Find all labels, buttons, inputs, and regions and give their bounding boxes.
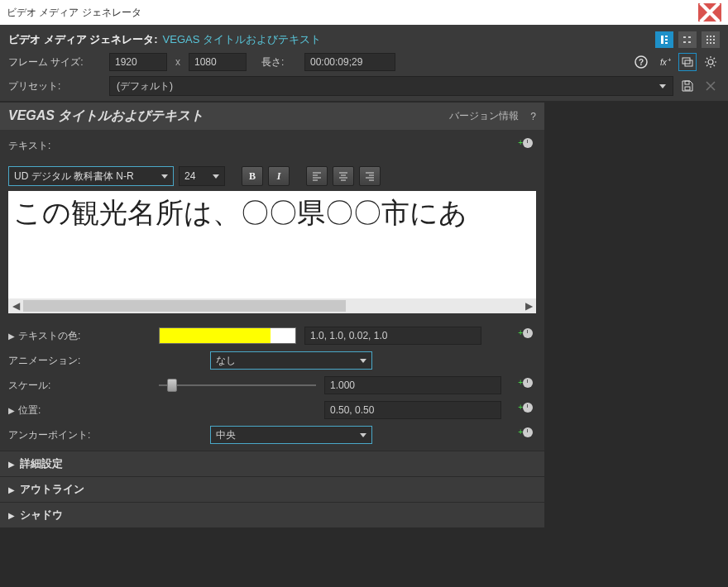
layout-list-button[interactable]	[678, 31, 697, 48]
delete-preset-button	[702, 77, 720, 95]
anchor-keyframe-button[interactable]: +	[518, 427, 533, 437]
scale-value[interactable]	[324, 376, 501, 394]
preset-select[interactable]: (デフォルト)	[109, 76, 673, 96]
gear-icon	[704, 55, 717, 69]
svg-rect-12	[710, 39, 711, 41]
outline-group-header[interactable]: ▶ アウトライン	[0, 476, 544, 502]
layout-grid-button[interactable]	[702, 31, 720, 48]
text-content: この観光名所は、〇〇県〇〇市にあ	[8, 191, 536, 236]
fx-icon: fx+	[658, 55, 671, 69]
font-size-select[interactable]: 24	[179, 166, 225, 186]
position-label: 位置:	[18, 403, 41, 418]
svg-rect-1	[665, 36, 668, 37]
clock-icon	[523, 403, 533, 413]
svg-rect-5	[683, 41, 686, 43]
expander-icon: ▶	[8, 460, 15, 469]
text-keyframe-button[interactable]: +	[518, 138, 533, 148]
text-horizontal-scrollbar[interactable]: ◀ ▶	[8, 298, 536, 313]
frame-size-label: フレーム サイズ:	[8, 55, 104, 69]
advanced-group-header[interactable]: ▶ 詳細設定	[0, 451, 544, 476]
frame-height-input[interactable]	[189, 53, 247, 71]
preset-label: プリセット:	[8, 79, 104, 93]
save-preset-button[interactable]	[678, 77, 697, 95]
window-title: ビデオ メディア ジェネレータ	[7, 6, 141, 20]
scale-label: スケール:	[8, 379, 50, 393]
bold-button[interactable]: B	[242, 166, 263, 186]
clock-icon	[523, 328, 533, 338]
align-right-button[interactable]	[359, 166, 381, 186]
version-info-link[interactable]: バージョン情報	[449, 109, 519, 123]
svg-rect-33	[685, 81, 689, 84]
close-icon	[698, 1, 721, 24]
titlebar: ビデオ メディア ジェネレータ	[0, 0, 728, 25]
frame-width-input[interactable]	[109, 53, 167, 71]
shadow-group-header[interactable]: ▶ シャドウ	[0, 502, 544, 527]
panel-help-link[interactable]: ?	[530, 111, 536, 122]
svg-point-23	[708, 60, 713, 64]
align-left-icon	[311, 170, 323, 182]
layout-single-button[interactable]	[655, 31, 673, 48]
position-keyframe-button[interactable]: +	[518, 403, 533, 413]
expander-icon: ▶	[8, 511, 15, 520]
align-center-icon	[338, 170, 349, 182]
scale-keyframe-button[interactable]: +	[518, 378, 533, 388]
svg-text:?: ?	[639, 58, 644, 67]
svg-text:+: +	[668, 56, 671, 64]
overlay-button[interactable]	[678, 53, 697, 71]
dropdown-arrow-icon	[360, 359, 366, 363]
text-color-label: テキストの色:	[18, 329, 80, 343]
animation-select[interactable]: なし	[210, 351, 372, 370]
scrollbar-thumb[interactable]	[23, 300, 346, 312]
scroll-left-arrow-icon[interactable]: ◀	[8, 298, 23, 313]
bold-icon: B	[249, 170, 256, 183]
svg-rect-9	[710, 36, 711, 37]
svg-rect-15	[710, 42, 711, 44]
dropdown-arrow-icon	[161, 174, 168, 179]
svg-rect-10	[713, 36, 715, 37]
help-button[interactable]: ?	[632, 53, 650, 71]
svg-rect-6	[688, 36, 691, 38]
svg-line-31	[706, 65, 708, 67]
font-family-select[interactable]: UD デジタル 教科書体 N-R	[8, 166, 174, 186]
clock-icon	[523, 427, 533, 437]
plugin-name[interactable]: VEGAS タイトルおよびテキスト	[163, 32, 321, 47]
svg-rect-2	[665, 39, 668, 41]
clock-icon	[523, 378, 533, 388]
dropdown-arrow-icon	[213, 174, 219, 179]
settings-button[interactable]	[702, 53, 720, 71]
svg-rect-16	[713, 42, 715, 44]
svg-line-28	[706, 58, 708, 60]
generator-label: ビデオ メディア ジェネレータ:	[8, 32, 158, 47]
text-color-value[interactable]	[304, 327, 481, 345]
close-button[interactable]	[698, 3, 721, 21]
text-color-swatch[interactable]	[159, 327, 296, 344]
svg-text:fx: fx	[660, 58, 668, 67]
align-center-button[interactable]	[333, 166, 354, 186]
expander-icon[interactable]: ▶	[8, 332, 15, 341]
svg-rect-14	[706, 42, 708, 44]
preset-value: (デフォルト)	[117, 79, 173, 93]
svg-rect-4	[683, 36, 686, 38]
expander-icon: ▶	[8, 485, 15, 494]
scroll-right-arrow-icon[interactable]: ▶	[521, 298, 536, 313]
color-keyframe-button[interactable]: +	[518, 328, 533, 338]
slider-thumb[interactable]	[167, 379, 177, 392]
anchor-select[interactable]: 中央	[210, 426, 372, 444]
overlay-icon	[681, 55, 694, 69]
italic-icon: I	[277, 170, 281, 183]
help-icon: ?	[635, 55, 648, 69]
position-value[interactable]	[324, 401, 501, 419]
animation-label: アニメーション:	[8, 354, 80, 368]
align-right-icon	[364, 170, 376, 182]
save-icon	[681, 79, 694, 93]
svg-rect-0	[661, 36, 663, 44]
length-input[interactable]	[304, 53, 395, 71]
text-editor[interactable]: この観光名所は、〇〇県〇〇市にあ	[8, 191, 536, 298]
fx-button[interactable]: fx+	[655, 53, 673, 71]
align-left-button[interactable]	[306, 166, 328, 186]
properties-panel: VEGAS タイトルおよびテキスト バージョン情報 ? テキスト: + UD デ…	[0, 103, 544, 527]
svg-rect-32	[685, 87, 690, 90]
expander-icon[interactable]: ▶	[8, 406, 15, 415]
scale-slider[interactable]	[159, 377, 316, 394]
italic-button[interactable]: I	[268, 166, 290, 186]
